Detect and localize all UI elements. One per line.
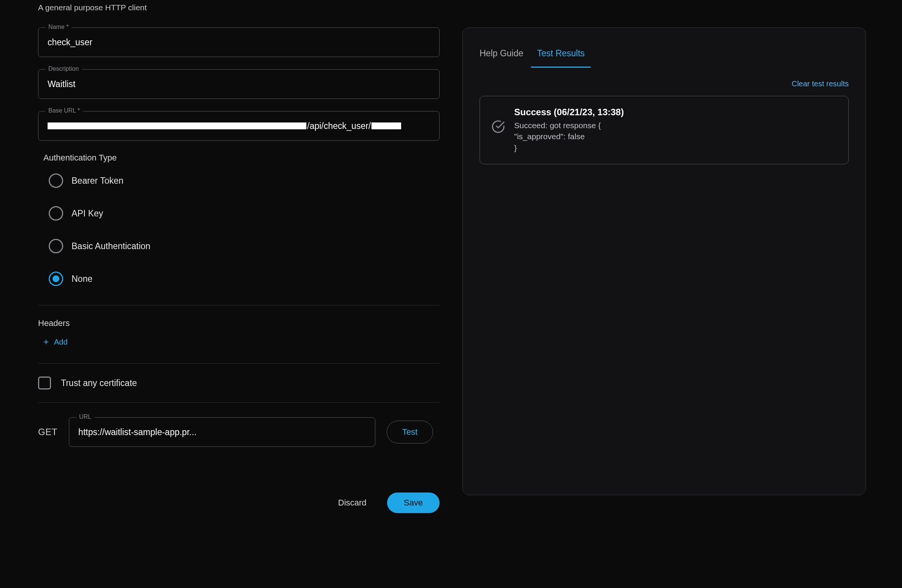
radio-basic-auth[interactable]: Basic Authentication bbox=[49, 239, 440, 253]
radio-none[interactable]: None bbox=[49, 272, 440, 286]
auth-radio-group: Bearer Token API Key Basic Authenticatio… bbox=[38, 173, 440, 286]
description-input[interactable] bbox=[48, 79, 430, 89]
description-label: Description bbox=[45, 65, 82, 72]
save-button[interactable]: Save bbox=[387, 493, 440, 513]
radio-label: Basic Authentication bbox=[72, 241, 150, 251]
radio-label: API Key bbox=[72, 208, 103, 219]
divider bbox=[38, 305, 440, 305]
result-title: Success (06/21/23, 13:38) bbox=[514, 107, 837, 118]
footer-actions: Discard Save bbox=[38, 493, 440, 513]
base-url-label: Base URL * bbox=[45, 107, 83, 114]
base-url-field[interactable]: Base URL * /api/check_user/ bbox=[38, 111, 440, 141]
headers-section-title: Headers bbox=[38, 318, 440, 328]
description-field[interactable]: Description bbox=[38, 69, 440, 99]
discard-button[interactable]: Discard bbox=[330, 493, 374, 513]
url-field[interactable]: URL bbox=[69, 417, 375, 447]
radio-api-key[interactable]: API Key bbox=[49, 206, 440, 221]
radio-icon bbox=[49, 173, 63, 188]
name-field[interactable]: Name * bbox=[38, 27, 440, 57]
add-button-label: Add bbox=[54, 338, 68, 346]
radio-icon bbox=[49, 272, 63, 286]
radio-label: Bearer Token bbox=[72, 176, 123, 186]
radio-bearer-token[interactable]: Bearer Token bbox=[49, 173, 440, 188]
divider bbox=[38, 363, 440, 364]
trust-cert-row[interactable]: Trust any certificate bbox=[38, 377, 440, 389]
name-input[interactable] bbox=[48, 37, 430, 48]
panel-tabs: Help Guide Test Results bbox=[480, 39, 849, 68]
radio-label: None bbox=[72, 274, 92, 284]
radio-icon bbox=[49, 206, 63, 221]
divider bbox=[38, 402, 440, 403]
plus-icon: + bbox=[43, 337, 49, 346]
page-subtitle: A general purpose HTTP client bbox=[23, 0, 879, 27]
base-url-input[interactable]: /api/check_user/ bbox=[48, 121, 430, 131]
add-header-button[interactable]: + Add bbox=[38, 337, 68, 346]
url-input[interactable] bbox=[78, 427, 366, 437]
tab-test-results[interactable]: Test Results bbox=[537, 39, 585, 68]
trust-cert-label: Trust any certificate bbox=[61, 378, 137, 388]
tab-help-guide[interactable]: Help Guide bbox=[480, 39, 523, 68]
radio-icon bbox=[49, 239, 63, 253]
result-body-text: Succeed: got response { "is_approved": f… bbox=[514, 120, 837, 153]
redacted-segment bbox=[371, 122, 401, 129]
test-button[interactable]: Test bbox=[387, 421, 433, 443]
base-url-visible: /api/check_user/ bbox=[307, 121, 371, 131]
url-label: URL bbox=[76, 413, 94, 420]
http-method-label: GET bbox=[38, 427, 57, 437]
name-label: Name * bbox=[45, 24, 72, 30]
clear-test-results-link[interactable]: Clear test results bbox=[480, 79, 849, 88]
auth-section-title: Authentication Type bbox=[38, 153, 440, 163]
check-circle-icon bbox=[491, 120, 505, 135]
result-line: "is_approved": false bbox=[514, 131, 837, 142]
form-panel: Name * Description Base URL * /api/check… bbox=[38, 27, 440, 513]
result-line: } bbox=[514, 142, 837, 153]
side-panel: Help Guide Test Results Clear test resul… bbox=[462, 27, 866, 495]
redacted-segment bbox=[48, 122, 306, 129]
result-line: Succeed: got response { bbox=[514, 120, 837, 131]
test-result-card: Success (06/21/23, 13:38) Succeed: got r… bbox=[480, 96, 849, 164]
test-row: GET URL Test bbox=[38, 417, 440, 447]
checkbox-icon bbox=[38, 377, 51, 389]
